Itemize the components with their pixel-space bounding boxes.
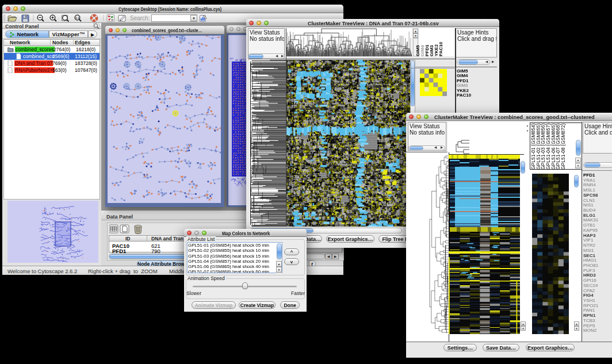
svg-text:1:1: 1:1 bbox=[75, 17, 79, 20]
